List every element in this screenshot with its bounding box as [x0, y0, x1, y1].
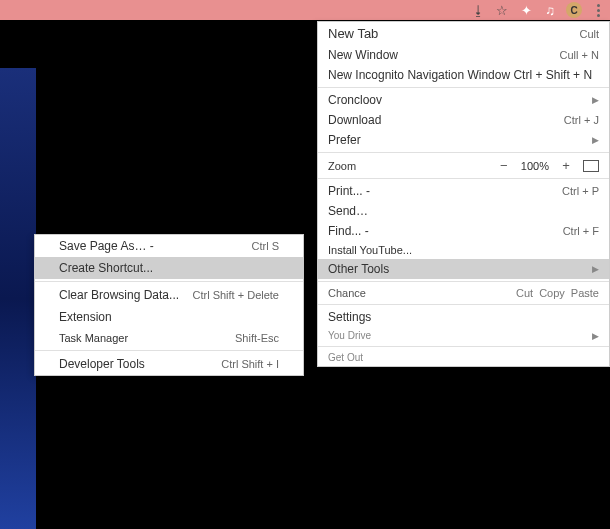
- paste-button[interactable]: Paste: [571, 287, 599, 299]
- zoom-label: Zoom: [328, 160, 356, 172]
- menu-label: Install YouTube...: [328, 244, 412, 256]
- chrome-main-menu: New Tab Cult New Window Cull + N New Inc…: [317, 21, 610, 367]
- menu-new-window[interactable]: New Window Cull + N: [318, 45, 609, 65]
- menu-label: Print... -: [328, 184, 370, 198]
- menu-label: Clear Browsing Data...: [59, 288, 179, 302]
- menu-separator: [318, 281, 609, 282]
- menu-label: Developer Tools: [59, 357, 145, 371]
- menu-shortcut: Cull + N: [560, 49, 599, 61]
- edit-label: Chance: [328, 287, 366, 299]
- menu-label: New Incognito Navigation Window Ctrl + S…: [328, 68, 592, 82]
- zoom-out-button[interactable]: −: [495, 158, 513, 173]
- chevron-right-icon: ▶: [592, 331, 599, 341]
- menu-label: Extension: [59, 310, 112, 324]
- extensions-icon[interactable]: ✦: [518, 2, 534, 18]
- menu-label: You Drive: [328, 330, 371, 341]
- menu-print[interactable]: Print... - Ctrl + P: [318, 181, 609, 201]
- star-icon[interactable]: ☆: [494, 2, 510, 18]
- menu-separator: [318, 178, 609, 179]
- profile-avatar[interactable]: C: [566, 2, 582, 18]
- menu-help[interactable]: You Drive ▶: [318, 327, 609, 344]
- menu-shortcut: Ctrl + P: [562, 185, 599, 197]
- zoom-in-button[interactable]: +: [557, 158, 575, 173]
- menu-install-youtube[interactable]: Install YouTube...: [318, 241, 609, 259]
- menu-label: Find... -: [328, 224, 369, 238]
- menu-shortcut: Ctrl + F: [563, 225, 599, 237]
- menu-label: Task Manager: [59, 332, 128, 344]
- menu-new-tab[interactable]: New Tab Cult: [318, 22, 609, 45]
- menu-label: New Tab: [328, 26, 378, 41]
- chevron-right-icon: ▶: [592, 95, 599, 105]
- chevron-right-icon: ▶: [592, 264, 599, 274]
- menu-bookmarks[interactable]: Prefer ▶: [318, 130, 609, 150]
- menu-separator: [318, 346, 609, 347]
- menu-separator: [318, 152, 609, 153]
- submenu-extensions[interactable]: Extension: [35, 306, 303, 328]
- menu-find[interactable]: Find... - Ctrl + F: [318, 221, 609, 241]
- menu-separator: [35, 350, 303, 351]
- menu-separator: [318, 304, 609, 305]
- zoom-value: 100%: [521, 160, 549, 172]
- menu-label: Prefer: [328, 133, 361, 147]
- cut-button[interactable]: Cut: [516, 287, 533, 299]
- menu-cast[interactable]: Send…: [318, 201, 609, 221]
- menu-label: Create Shortcut...: [59, 261, 153, 275]
- submenu-developer-tools[interactable]: Developer Tools Ctrl Shift + I: [35, 353, 303, 375]
- music-icon[interactable]: ♫: [542, 2, 558, 18]
- menu-edit-row: Chance Cut Copy Paste: [318, 284, 609, 302]
- menu-other-tools[interactable]: Other Tools ▶: [318, 259, 609, 279]
- menu-shortcut: Ctrl + J: [564, 114, 599, 126]
- menu-incognito[interactable]: New Incognito Navigation Window Ctrl + S…: [318, 65, 609, 85]
- copy-button[interactable]: Copy: [539, 287, 565, 299]
- menu-history[interactable]: Croncloov ▶: [318, 90, 609, 110]
- menu-shortcut: Ctrl S: [252, 240, 280, 252]
- browser-toolbar: ⭳ ☆ ✦ ♫ C: [0, 0, 610, 20]
- menu-label: Other Tools: [328, 262, 389, 276]
- submenu-create-shortcut[interactable]: Create Shortcut...: [35, 257, 303, 279]
- menu-exit[interactable]: Get Out: [318, 349, 609, 366]
- menu-label: Croncloov: [328, 93, 382, 107]
- submenu-save-page-as[interactable]: Save Page As… - Ctrl S: [35, 235, 303, 257]
- download-icon[interactable]: ⭳: [470, 2, 486, 18]
- menu-label: Get Out: [328, 352, 363, 363]
- chevron-right-icon: ▶: [592, 135, 599, 145]
- menu-zoom: Zoom − 100% +: [318, 155, 609, 176]
- menu-label: Save Page As… -: [59, 239, 154, 253]
- menu-icon[interactable]: [590, 2, 606, 18]
- menu-label: New Window: [328, 48, 398, 62]
- other-tools-submenu: Save Page As… - Ctrl S Create Shortcut..…: [34, 234, 304, 376]
- menu-settings[interactable]: Settings: [318, 307, 609, 327]
- menu-label: Send…: [328, 204, 368, 218]
- fullscreen-icon[interactable]: [583, 160, 599, 172]
- menu-separator: [35, 281, 303, 282]
- menu-shortcut: Cult: [579, 28, 599, 40]
- menu-download[interactable]: Download Ctrl + J: [318, 110, 609, 130]
- menu-shortcut: Ctrl Shift + Delete: [192, 289, 279, 301]
- menu-label: Settings: [328, 310, 371, 324]
- menu-label: Download: [328, 113, 381, 127]
- menu-shortcut: Shift-Esc: [235, 332, 279, 344]
- menu-separator: [318, 87, 609, 88]
- side-strip: [0, 68, 36, 529]
- submenu-clear-browsing-data[interactable]: Clear Browsing Data... Ctrl Shift + Dele…: [35, 284, 303, 306]
- menu-shortcut: Ctrl Shift + I: [221, 358, 279, 370]
- submenu-task-manager[interactable]: Task Manager Shift-Esc: [35, 328, 303, 348]
